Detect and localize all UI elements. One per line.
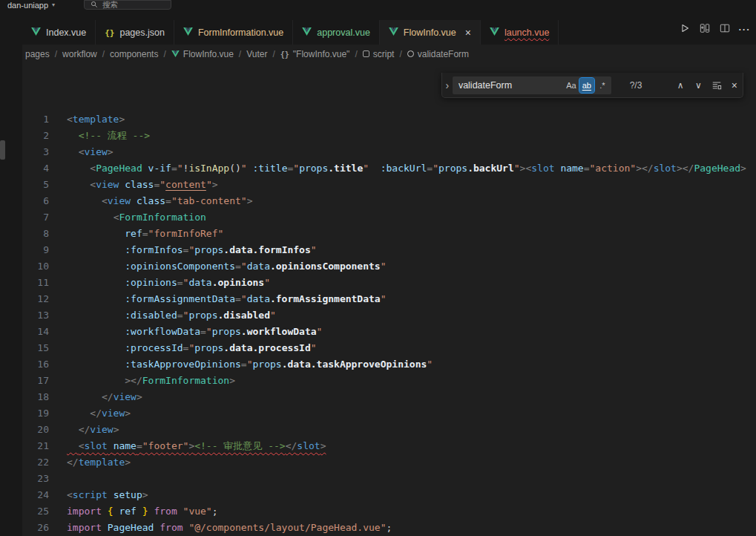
code-text: ></FormInformation>: [49, 373, 235, 389]
vue-file-icon: [171, 49, 180, 59]
line-number: 9: [22, 242, 49, 258]
code-text: :taskApproveOpinions="props.data.taskApp…: [49, 356, 433, 373]
code-line[interactable]: 20 </view>: [22, 422, 756, 438]
code-line[interactable]: 6 <view class="tab-content">: [22, 193, 756, 209]
code-line[interactable]: 9 :formInfos="props.data.formInfos": [22, 242, 756, 258]
breadcrumb-label: "FlowInfo.vue": [293, 49, 350, 59]
open-changes-button[interactable]: [694, 20, 714, 38]
breadcrumb-separator: /: [163, 49, 165, 59]
tab-label: launch.vue: [504, 27, 549, 38]
whole-word-button[interactable]: ab: [579, 78, 594, 93]
code-text: :formAssignmentData="data.formAssignment…: [49, 291, 387, 307]
breadcrumb-item-pages[interactable]: pages: [25, 49, 50, 59]
code-text: </view>: [49, 405, 131, 422]
code-line[interactable]: 26import PageHead from "@/components/lay…: [22, 520, 756, 536]
code-text: <view class="content">: [49, 177, 218, 193]
symbol-module-icon: [363, 49, 369, 59]
code-line[interactable]: 24<script setup>: [22, 487, 756, 503]
code-line[interactable]: 18 </view>: [22, 389, 756, 405]
vue-file-icon: [31, 27, 41, 38]
breadcrumb-item-Vuter[interactable]: Vuter: [246, 49, 267, 59]
breadcrumb-item-workflow[interactable]: workflow: [62, 49, 97, 59]
code-line[interactable]: 13 :disabled="props.disabled": [22, 307, 756, 324]
code-line[interactable]: 22</template>: [22, 454, 756, 471]
breadcrumb-item-FlowInfo.vue[interactable]: {}"FlowInfo.vue": [280, 49, 350, 59]
breadcrumb-label: validateForm: [418, 49, 469, 59]
code-line[interactable]: 17 ></FormInformation>: [22, 373, 756, 389]
code-line[interactable]: 7 <FormInformation: [22, 209, 756, 226]
sidebar-scrollbar-thumb[interactable]: [0, 140, 5, 160]
breadcrumb-separator: /: [399, 49, 401, 59]
code-line[interactable]: 15 :processId="props.data.processId": [22, 340, 756, 356]
app-menu-label: dan-uniapp: [7, 1, 48, 10]
line-number: 8: [22, 226, 49, 242]
breadcrumb-separator: /: [102, 49, 105, 59]
regex-button[interactable]: .*: [595, 78, 610, 93]
code-line[interactable]: 25import { ref } from "vue";: [22, 503, 756, 520]
find-in-selection-button[interactable]: [709, 76, 725, 94]
app-menu[interactable]: dan-uniapp ▾: [7, 0, 55, 10]
editor-pane[interactable]: 1<template>2 <!-- 流程 -->3 <view>4 <PageH…: [22, 64, 756, 536]
code-text: import PageHead from "@/components/layou…: [49, 520, 392, 536]
line-number: 11: [22, 275, 49, 291]
code-line[interactable]: 16 :taskApproveOpinions="props.data.task…: [22, 356, 756, 373]
code-text: :processId="props.data.processId": [49, 340, 317, 356]
close-tab-icon[interactable]: ×: [465, 27, 471, 38]
line-number: 18: [22, 389, 49, 405]
run-button[interactable]: [674, 20, 694, 38]
line-number: 1: [22, 111, 49, 128]
tab-Index.vue[interactable]: Index.vue: [22, 20, 96, 45]
code-line[interactable]: 4 <PageHead v-if="!isInApp()" :title="pr…: [22, 160, 756, 177]
line-number: 22: [22, 454, 49, 471]
code-line[interactable]: 8 ref="formInfoRef": [22, 226, 756, 242]
code-line[interactable]: 5 <view class="content">: [22, 177, 756, 193]
code-line[interactable]: 2 <!-- 流程 -->: [22, 128, 756, 144]
breadcrumb-item-validateForm[interactable]: validateForm: [407, 49, 469, 59]
titlebar-search-box[interactable]: 搜索: [84, 0, 171, 10]
line-number: 6: [22, 193, 49, 209]
breadcrumb-separator: /: [239, 49, 241, 59]
code-line[interactable]: 11 :opinions="data.opinions": [22, 275, 756, 291]
code-line[interactable]: 14 :workflowData="props.workflowData": [22, 324, 756, 340]
code-text: import { ref } from "vue";: [49, 503, 218, 520]
code-line[interactable]: 19 </view>: [22, 405, 756, 422]
breadcrumb-item-components[interactable]: components: [110, 49, 158, 59]
code-line[interactable]: 3 <view>: [22, 144, 756, 160]
breadcrumb-separator: /: [55, 49, 57, 59]
vue-file-icon: [183, 27, 193, 38]
tab-label: approval.vue: [317, 27, 370, 38]
line-number: 17: [22, 373, 49, 389]
match-case-button[interactable]: Aa: [564, 78, 579, 93]
find-input-box: Aa ab .*: [453, 76, 611, 94]
line-number: 16: [22, 356, 49, 373]
code-line[interactable]: 23: [22, 471, 756, 487]
code-line[interactable]: 10 :opinionsComponents="data.opinionsCom…: [22, 258, 756, 275]
code-area[interactable]: 1<template>2 <!-- 流程 -->3 <view>4 <PageH…: [22, 64, 756, 536]
more-actions-button[interactable]: ···: [734, 20, 755, 38]
next-match-button[interactable]: ∨: [690, 76, 706, 94]
tab-FormInformation.vue[interactable]: FormInformation.vue: [174, 20, 293, 45]
code-line[interactable]: 21 <slot name="footer"><!-- 审批意见 --></sl…: [22, 438, 756, 454]
line-number: 21: [22, 438, 49, 454]
tab-pages.json[interactable]: {}pages.json: [96, 20, 174, 45]
tab-FlowInfo.vue[interactable]: FlowInfo.vue×: [380, 20, 481, 45]
breadcrumb-item-FlowInfo.vue[interactable]: FlowInfo.vue: [171, 49, 234, 59]
code-line[interactable]: 12 :formAssignmentData="data.formAssignm…: [22, 291, 756, 307]
code-text: :disabled="props.disabled": [49, 307, 276, 324]
split-editor-button[interactable]: [714, 20, 734, 38]
code-text: :formInfos="props.data.formInfos": [49, 242, 317, 258]
breadcrumb-item-script[interactable]: script: [363, 49, 395, 59]
breadcrumb-label: FlowInfo.vue: [183, 49, 234, 59]
tab-launch.vue[interactable]: launch.vue: [481, 20, 559, 45]
find-input[interactable]: [458, 80, 563, 91]
chevron-down-icon: ▾: [52, 1, 55, 8]
tab-label: FormInformation.vue: [198, 27, 283, 38]
code-text: <script setup>: [49, 487, 148, 503]
previous-match-button[interactable]: ∧: [672, 76, 688, 94]
tab-approval.vue[interactable]: approval.vue: [293, 20, 380, 45]
code-text: [49, 471, 67, 487]
close-find-widget-button[interactable]: ×: [726, 76, 743, 94]
title-bar: dan-uniapp ▾ 搜索: [0, 0, 756, 10]
code-line[interactable]: 1<template>: [22, 111, 756, 128]
toggle-replace-icon[interactable]: ›: [442, 73, 453, 97]
